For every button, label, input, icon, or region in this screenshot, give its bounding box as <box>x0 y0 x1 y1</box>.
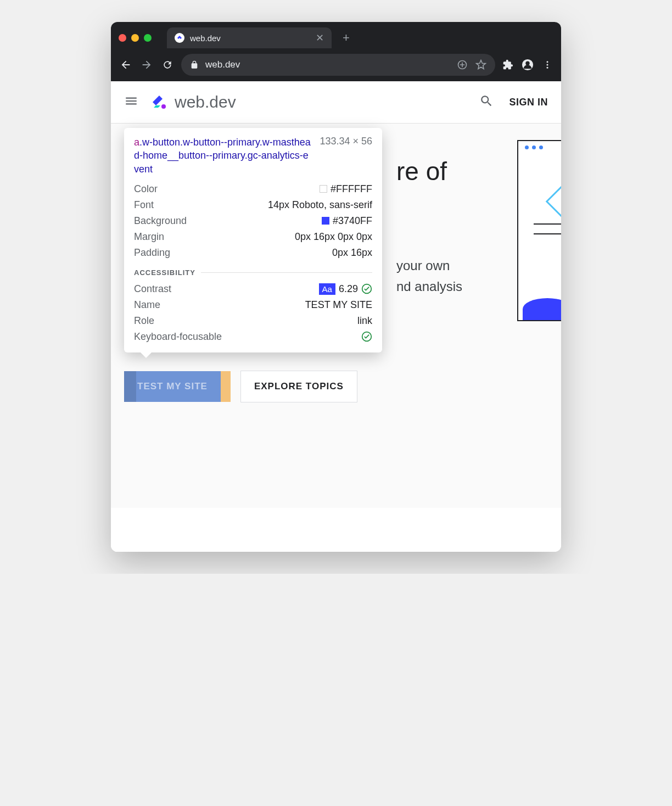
footer-area <box>111 508 561 552</box>
svg-point-4 <box>547 64 548 66</box>
minimize-window-button[interactable] <box>131 34 139 42</box>
plus-circle-icon[interactable] <box>457 59 468 70</box>
back-button[interactable] <box>119 58 133 72</box>
hero-section: re of your own nd analysis a.w-button.w-… <box>111 124 561 508</box>
window-controls <box>119 34 152 42</box>
logo-text: web.dev <box>175 93 236 111</box>
browser-window: web.dev ✕ + web.dev <box>111 22 561 552</box>
reload-button[interactable] <box>160 58 175 72</box>
extensions-icon[interactable] <box>502 59 514 71</box>
explore-topics-button[interactable]: EXPLORE TOPICS <box>240 371 357 402</box>
site-logo[interactable]: web.dev <box>148 91 236 113</box>
hamburger-icon[interactable] <box>124 94 138 110</box>
browser-chrome: web.dev ✕ + web.dev <box>111 22 561 81</box>
style-row-margin: Margin 0px 16px 0px 0px <box>134 229 372 245</box>
browser-toolbar: web.dev <box>111 48 561 81</box>
tab-bar: web.dev ✕ + <box>111 22 561 48</box>
svg-point-2 <box>525 61 529 65</box>
search-icon[interactable] <box>479 94 494 110</box>
devtools-inspect-tooltip: a.w-button.w-button--primary.w-masthead-… <box>124 128 382 352</box>
element-selector: a.w-button.w-button--primary.w-masthead-… <box>134 136 313 176</box>
element-dimensions: 133.34 × 56 <box>320 136 372 176</box>
style-row-background: Background #3740FF <box>134 213 372 229</box>
color-swatch <box>320 185 327 193</box>
a11y-row-role: Role link <box>134 313 372 329</box>
profile-icon[interactable] <box>522 59 534 71</box>
style-row-color: Color #FFFFFF <box>134 181 372 197</box>
url-text: web.dev <box>205 59 240 70</box>
hero-buttons: TEST MY SITE EXPLORE TOPICS <box>124 371 357 402</box>
close-tab-icon[interactable]: ✕ <box>316 33 324 43</box>
address-bar[interactable]: web.dev <box>181 54 495 76</box>
new-tab-button[interactable]: + <box>337 31 355 45</box>
hero-subtitle: your own nd analysis <box>396 255 462 298</box>
page-content: web.dev SIGN IN re of your own nd analys… <box>111 81 561 552</box>
hero-title-fragment: re of <box>396 156 447 186</box>
forward-button[interactable] <box>139 58 154 72</box>
style-row-padding: Padding 0px 16px <box>134 245 372 261</box>
lock-icon <box>190 60 199 69</box>
a11y-row-name: Name TEST MY SITE <box>134 297 372 313</box>
contrast-badge: Aa <box>319 283 335 295</box>
check-icon <box>361 331 372 342</box>
maximize-window-button[interactable] <box>144 34 152 42</box>
site-header: web.dev SIGN IN <box>111 81 561 124</box>
accessibility-heading: ACCESSIBILITY <box>134 268 372 277</box>
check-icon <box>361 283 372 294</box>
test-my-site-button[interactable]: TEST MY SITE <box>124 371 221 402</box>
a11y-row-focusable: Keyboard-focusable <box>134 329 372 345</box>
menu-icon[interactable] <box>541 59 553 71</box>
svg-point-6 <box>161 104 166 109</box>
sign-in-link[interactable]: SIGN IN <box>509 97 548 108</box>
hero-illustration <box>517 140 561 321</box>
tab-title: web.dev <box>190 33 310 43</box>
bg-swatch <box>322 217 329 225</box>
logo-icon <box>148 91 170 113</box>
a11y-row-contrast: Contrast Aa 6.29 <box>134 281 372 297</box>
svg-point-3 <box>547 61 548 63</box>
svg-point-5 <box>547 67 548 69</box>
browser-tab[interactable]: web.dev ✕ <box>167 27 332 48</box>
favicon-icon <box>175 33 184 43</box>
star-icon[interactable] <box>475 59 486 70</box>
close-window-button[interactable] <box>119 34 126 42</box>
style-row-font: Font 14px Roboto, sans-serif <box>134 197 372 213</box>
